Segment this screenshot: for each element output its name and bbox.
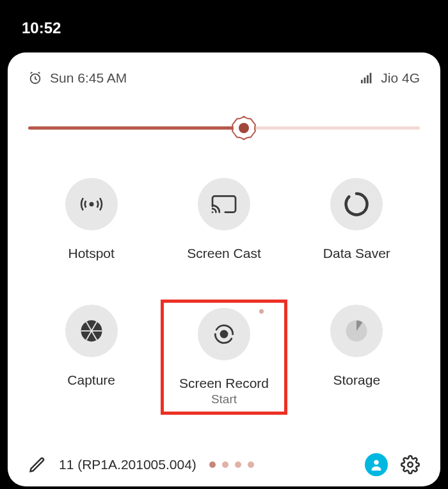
build-number[interactable]: 11 (RP1A.201005.004) [59, 457, 196, 472]
svg-rect-2 [364, 77, 366, 83]
cast-icon [198, 178, 250, 230]
status-right: Jio 4G [360, 70, 420, 86]
status-left: Sun 6:45 AM [28, 70, 127, 86]
svg-point-15 [374, 460, 378, 465]
status-day-time: Sun 6:45 AM [50, 70, 127, 86]
svg-rect-1 [361, 80, 363, 83]
settings-icon[interactable] [401, 455, 420, 474]
tile-capture[interactable]: Capture [28, 300, 154, 415]
device-time: 10:52 [22, 19, 61, 37]
carrier-label: Jio 4G [381, 70, 420, 86]
tile-storage[interactable]: Storage [294, 300, 420, 415]
signal-icon [360, 72, 374, 84]
tile-datasaver[interactable]: Data Saver [294, 173, 420, 266]
brightness-slider[interactable] [28, 116, 420, 140]
aperture-icon [65, 305, 118, 357]
tile-sublabel: Start [211, 392, 237, 406]
tile-label: Hotspot [68, 246, 114, 261]
tile-screenrecord[interactable]: Screen Record Start [161, 300, 287, 415]
tile-label: Data Saver [323, 246, 390, 261]
svg-point-13 [220, 330, 228, 339]
tile-screencast[interactable]: Screen Cast [161, 173, 287, 266]
status-dot [259, 309, 264, 314]
tiles-grid: Hotspot Screen Cast Data Saver [28, 173, 420, 415]
tile-label: Capture [67, 373, 115, 388]
quick-settings-panel: Sun 6:45 AM Jio 4G [8, 52, 440, 486]
storage-pie-icon [330, 305, 383, 357]
tile-hotspot[interactable]: Hotspot [28, 173, 154, 266]
hotspot-icon [65, 178, 118, 230]
alarm-icon [28, 71, 42, 85]
svg-rect-4 [370, 73, 372, 83]
page-indicator[interactable] [209, 461, 254, 468]
svg-rect-3 [367, 75, 369, 83]
tile-label: Screen Record [179, 376, 269, 391]
record-icon [198, 308, 250, 360]
panel-footer: 11 (RP1A.201005.004) [28, 440, 420, 476]
status-bar: Sun 6:45 AM Jio 4G [28, 70, 420, 86]
svg-point-5 [239, 123, 249, 133]
svg-point-16 [408, 462, 413, 467]
svg-point-6 [89, 202, 93, 207]
tile-label: Screen Cast [187, 246, 261, 261]
edit-icon[interactable] [28, 456, 46, 474]
tile-label: Storage [333, 373, 381, 388]
user-avatar[interactable] [365, 453, 388, 476]
brightness-thumb[interactable] [231, 115, 257, 141]
brightness-fill [28, 127, 244, 130]
datasaver-icon [330, 178, 383, 230]
